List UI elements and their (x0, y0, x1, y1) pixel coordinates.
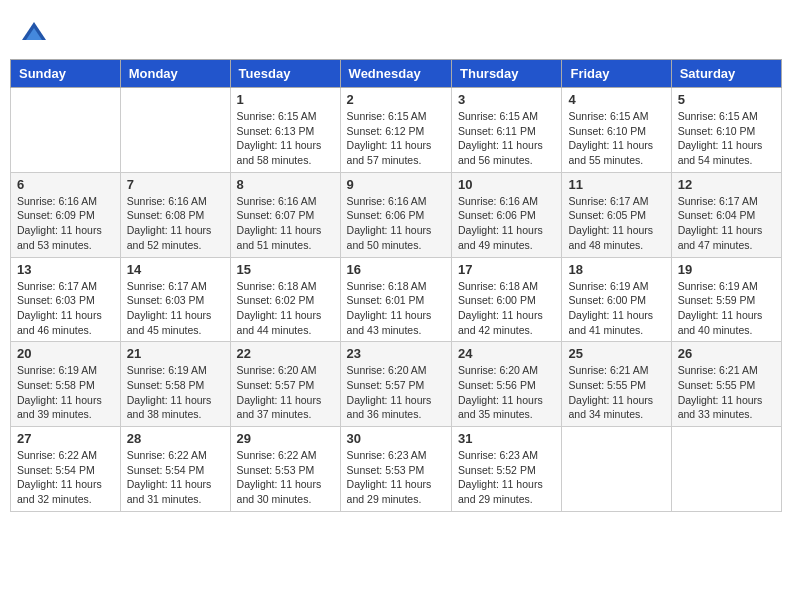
day-info: Sunrise: 6:22 AMSunset: 5:54 PMDaylight:… (127, 448, 224, 507)
day-info: Sunrise: 6:17 AMSunset: 6:05 PMDaylight:… (568, 194, 664, 253)
day-info: Sunrise: 6:19 AMSunset: 5:58 PMDaylight:… (17, 363, 114, 422)
calendar-day-cell: 20Sunrise: 6:19 AMSunset: 5:58 PMDayligh… (11, 342, 121, 427)
day-info: Sunrise: 6:21 AMSunset: 5:55 PMDaylight:… (568, 363, 664, 422)
day-info: Sunrise: 6:20 AMSunset: 5:56 PMDaylight:… (458, 363, 555, 422)
day-info: Sunrise: 6:19 AMSunset: 5:59 PMDaylight:… (678, 279, 775, 338)
day-info: Sunrise: 6:21 AMSunset: 5:55 PMDaylight:… (678, 363, 775, 422)
calendar-week-row: 1Sunrise: 6:15 AMSunset: 6:13 PMDaylight… (11, 88, 782, 173)
calendar-day-cell: 15Sunrise: 6:18 AMSunset: 6:02 PMDayligh… (230, 257, 340, 342)
calendar-week-row: 13Sunrise: 6:17 AMSunset: 6:03 PMDayligh… (11, 257, 782, 342)
day-number: 7 (127, 177, 224, 192)
calendar-day-cell: 7Sunrise: 6:16 AMSunset: 6:08 PMDaylight… (120, 172, 230, 257)
calendar-day-cell: 2Sunrise: 6:15 AMSunset: 6:12 PMDaylight… (340, 88, 451, 173)
weekday-header: Tuesday (230, 60, 340, 88)
calendar-day-cell: 5Sunrise: 6:15 AMSunset: 6:10 PMDaylight… (671, 88, 781, 173)
day-number: 1 (237, 92, 334, 107)
calendar-day-cell: 30Sunrise: 6:23 AMSunset: 5:53 PMDayligh… (340, 427, 451, 512)
day-number: 30 (347, 431, 445, 446)
day-number: 18 (568, 262, 664, 277)
day-number: 12 (678, 177, 775, 192)
day-info: Sunrise: 6:16 AMSunset: 6:06 PMDaylight:… (347, 194, 445, 253)
calendar-day-cell: 1Sunrise: 6:15 AMSunset: 6:13 PMDaylight… (230, 88, 340, 173)
day-number: 6 (17, 177, 114, 192)
calendar-day-cell: 12Sunrise: 6:17 AMSunset: 6:04 PMDayligh… (671, 172, 781, 257)
day-number: 19 (678, 262, 775, 277)
day-info: Sunrise: 6:16 AMSunset: 6:06 PMDaylight:… (458, 194, 555, 253)
calendar-day-cell: 8Sunrise: 6:16 AMSunset: 6:07 PMDaylight… (230, 172, 340, 257)
day-info: Sunrise: 6:18 AMSunset: 6:02 PMDaylight:… (237, 279, 334, 338)
day-number: 16 (347, 262, 445, 277)
calendar-day-cell: 28Sunrise: 6:22 AMSunset: 5:54 PMDayligh… (120, 427, 230, 512)
day-number: 5 (678, 92, 775, 107)
day-number: 26 (678, 346, 775, 361)
day-info: Sunrise: 6:15 AMSunset: 6:10 PMDaylight:… (568, 109, 664, 168)
day-number: 3 (458, 92, 555, 107)
calendar-day-cell: 14Sunrise: 6:17 AMSunset: 6:03 PMDayligh… (120, 257, 230, 342)
calendar-day-cell (120, 88, 230, 173)
day-number: 14 (127, 262, 224, 277)
day-info: Sunrise: 6:18 AMSunset: 6:01 PMDaylight:… (347, 279, 445, 338)
weekday-header: Sunday (11, 60, 121, 88)
calendar-table: SundayMondayTuesdayWednesdayThursdayFrid… (10, 59, 782, 512)
weekday-header: Wednesday (340, 60, 451, 88)
day-number: 23 (347, 346, 445, 361)
day-info: Sunrise: 6:16 AMSunset: 6:07 PMDaylight:… (237, 194, 334, 253)
day-info: Sunrise: 6:18 AMSunset: 6:00 PMDaylight:… (458, 279, 555, 338)
day-number: 2 (347, 92, 445, 107)
day-number: 10 (458, 177, 555, 192)
day-info: Sunrise: 6:22 AMSunset: 5:53 PMDaylight:… (237, 448, 334, 507)
day-info: Sunrise: 6:15 AMSunset: 6:10 PMDaylight:… (678, 109, 775, 168)
calendar-day-cell: 25Sunrise: 6:21 AMSunset: 5:55 PMDayligh… (562, 342, 671, 427)
calendar-day-cell (671, 427, 781, 512)
page-header (10, 10, 782, 53)
calendar-day-cell: 10Sunrise: 6:16 AMSunset: 6:06 PMDayligh… (452, 172, 562, 257)
day-number: 8 (237, 177, 334, 192)
day-number: 11 (568, 177, 664, 192)
day-number: 15 (237, 262, 334, 277)
calendar-week-row: 6Sunrise: 6:16 AMSunset: 6:09 PMDaylight… (11, 172, 782, 257)
calendar-day-cell: 3Sunrise: 6:15 AMSunset: 6:11 PMDaylight… (452, 88, 562, 173)
calendar-day-cell: 26Sunrise: 6:21 AMSunset: 5:55 PMDayligh… (671, 342, 781, 427)
calendar-day-cell: 17Sunrise: 6:18 AMSunset: 6:00 PMDayligh… (452, 257, 562, 342)
calendar-header-row: SundayMondayTuesdayWednesdayThursdayFrid… (11, 60, 782, 88)
calendar-day-cell (562, 427, 671, 512)
day-number: 28 (127, 431, 224, 446)
day-info: Sunrise: 6:17 AMSunset: 6:03 PMDaylight:… (17, 279, 114, 338)
calendar-day-cell: 22Sunrise: 6:20 AMSunset: 5:57 PMDayligh… (230, 342, 340, 427)
calendar-week-row: 27Sunrise: 6:22 AMSunset: 5:54 PMDayligh… (11, 427, 782, 512)
weekday-header: Monday (120, 60, 230, 88)
calendar-week-row: 20Sunrise: 6:19 AMSunset: 5:58 PMDayligh… (11, 342, 782, 427)
calendar-day-cell: 13Sunrise: 6:17 AMSunset: 6:03 PMDayligh… (11, 257, 121, 342)
weekday-header: Friday (562, 60, 671, 88)
day-info: Sunrise: 6:20 AMSunset: 5:57 PMDaylight:… (237, 363, 334, 422)
day-info: Sunrise: 6:15 AMSunset: 6:13 PMDaylight:… (237, 109, 334, 168)
logo-icon (20, 20, 48, 48)
calendar-day-cell: 19Sunrise: 6:19 AMSunset: 5:59 PMDayligh… (671, 257, 781, 342)
day-info: Sunrise: 6:22 AMSunset: 5:54 PMDaylight:… (17, 448, 114, 507)
calendar-day-cell: 18Sunrise: 6:19 AMSunset: 6:00 PMDayligh… (562, 257, 671, 342)
logo (20, 20, 52, 48)
day-info: Sunrise: 6:15 AMSunset: 6:11 PMDaylight:… (458, 109, 555, 168)
calendar-day-cell: 6Sunrise: 6:16 AMSunset: 6:09 PMDaylight… (11, 172, 121, 257)
day-info: Sunrise: 6:17 AMSunset: 6:03 PMDaylight:… (127, 279, 224, 338)
day-number: 24 (458, 346, 555, 361)
calendar-day-cell: 21Sunrise: 6:19 AMSunset: 5:58 PMDayligh… (120, 342, 230, 427)
day-number: 4 (568, 92, 664, 107)
calendar-day-cell: 29Sunrise: 6:22 AMSunset: 5:53 PMDayligh… (230, 427, 340, 512)
calendar-day-cell: 24Sunrise: 6:20 AMSunset: 5:56 PMDayligh… (452, 342, 562, 427)
day-number: 13 (17, 262, 114, 277)
day-info: Sunrise: 6:16 AMSunset: 6:08 PMDaylight:… (127, 194, 224, 253)
day-info: Sunrise: 6:19 AMSunset: 6:00 PMDaylight:… (568, 279, 664, 338)
day-info: Sunrise: 6:17 AMSunset: 6:04 PMDaylight:… (678, 194, 775, 253)
day-info: Sunrise: 6:20 AMSunset: 5:57 PMDaylight:… (347, 363, 445, 422)
day-number: 27 (17, 431, 114, 446)
calendar-day-cell: 27Sunrise: 6:22 AMSunset: 5:54 PMDayligh… (11, 427, 121, 512)
day-number: 9 (347, 177, 445, 192)
day-info: Sunrise: 6:15 AMSunset: 6:12 PMDaylight:… (347, 109, 445, 168)
calendar-day-cell: 16Sunrise: 6:18 AMSunset: 6:01 PMDayligh… (340, 257, 451, 342)
calendar-day-cell (11, 88, 121, 173)
calendar-day-cell: 11Sunrise: 6:17 AMSunset: 6:05 PMDayligh… (562, 172, 671, 257)
day-number: 21 (127, 346, 224, 361)
calendar-day-cell: 31Sunrise: 6:23 AMSunset: 5:52 PMDayligh… (452, 427, 562, 512)
day-info: Sunrise: 6:19 AMSunset: 5:58 PMDaylight:… (127, 363, 224, 422)
